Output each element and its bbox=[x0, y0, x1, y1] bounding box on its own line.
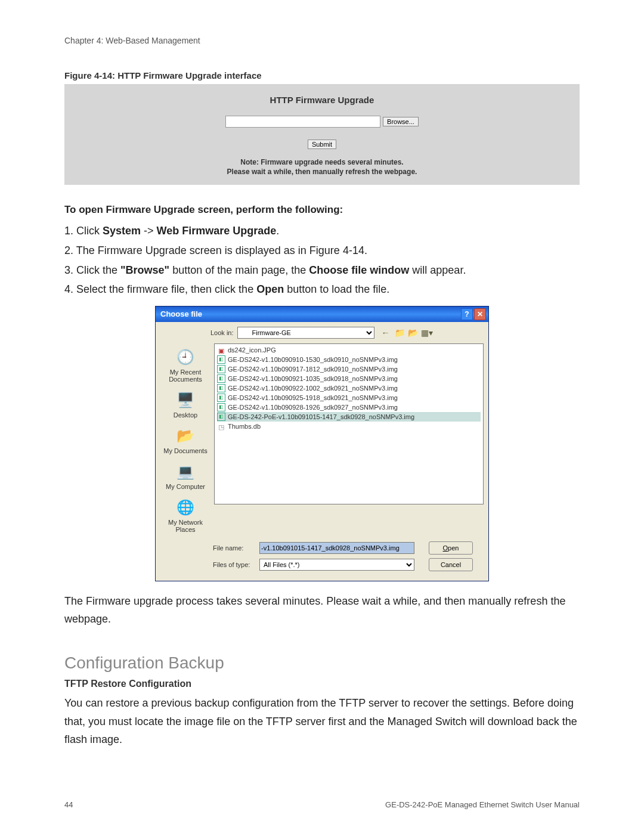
lookin-dropdown[interactable]: Firmware-GE bbox=[237, 327, 374, 339]
open-button[interactable]: Open bbox=[429, 541, 473, 555]
document-title-footer: GE-DS-242-PoE Managed Ethernet Switch Us… bbox=[385, 800, 580, 809]
list-item[interactable]: ◧GE-DS242-v1.10b090921-1035_sdk0918_noSN… bbox=[217, 374, 481, 383]
views-icon[interactable]: ▦▾ bbox=[421, 328, 431, 337]
sidebar-item-recent[interactable]: 🕘 My Recent Documents bbox=[160, 347, 210, 383]
firmware-path-input[interactable] bbox=[225, 116, 380, 128]
upgrade-note-line2: Please wait a while, then manually refre… bbox=[64, 167, 580, 176]
section-title: To open Firmware Upgrade screen, perform… bbox=[64, 204, 580, 216]
img-icon: ◧ bbox=[217, 394, 225, 402]
img-icon: ◧ bbox=[217, 355, 225, 364]
http-panel-title: HTTP Firmware Upgrade bbox=[64, 95, 580, 105]
list-item[interactable]: ◧GE-DS242-v1.10b090910-1530_sdk0910_noSN… bbox=[217, 355, 481, 364]
list-item[interactable]: ◧GE-DS242-v1.10b090925-1918_sdk0921_noSN… bbox=[217, 393, 481, 402]
img-icon: ◧ bbox=[217, 374, 225, 383]
network-icon: 🌐 bbox=[175, 497, 196, 518]
sidebar-item-desktop[interactable]: 🖥️ Desktop bbox=[160, 390, 210, 419]
places-sidebar: 🕘 My Recent Documents 🖥️ Desktop 📂 My Do… bbox=[160, 343, 210, 533]
chapter-header: Chapter 4: Web-Based Management bbox=[64, 36, 580, 45]
mydocs-icon: 📂 bbox=[175, 426, 196, 446]
tftp-paragraph: You can restore a previous backup config… bbox=[64, 694, 580, 749]
dialog-title: Choose file bbox=[160, 309, 202, 318]
computer-icon: 💻 bbox=[175, 462, 196, 482]
back-icon[interactable]: ← bbox=[382, 328, 391, 337]
desktop-icon: 🖥️ bbox=[175, 390, 196, 410]
step-4: 4. Select the firmware file, then click … bbox=[64, 280, 580, 299]
list-item[interactable]: ▣ds242_icon.JPG bbox=[217, 345, 481, 355]
file-list[interactable]: ▣ds242_icon.JPG ◧GE-DS242-v1.10b090910-1… bbox=[214, 343, 484, 504]
page-number: 44 bbox=[64, 800, 73, 809]
list-item[interactable]: ◧GE-DS242-v1.10b090928-1926_sdk0927_noSN… bbox=[217, 402, 481, 412]
up-folder-icon[interactable]: 📁 bbox=[395, 328, 404, 337]
sidebar-item-mycomputer[interactable]: 💻 My Computer bbox=[160, 462, 210, 490]
filetype-label: Files of type: bbox=[213, 561, 255, 568]
list-item[interactable]: ◧GE-DS242-v1.10b090922-1002_sdk0921_noSN… bbox=[217, 383, 481, 393]
submit-button[interactable]: Submit bbox=[308, 140, 336, 149]
http-firmware-panel: HTTP Firmware Upgrade Browse... Submit N… bbox=[64, 84, 580, 185]
step-3: 3. Click the "Browse" button of the main… bbox=[64, 261, 580, 280]
lookin-label: Look in: bbox=[210, 329, 234, 336]
filename-input[interactable] bbox=[259, 542, 414, 554]
recent-icon: 🕘 bbox=[175, 347, 196, 367]
img-icon: ◧ bbox=[217, 365, 225, 373]
img-icon: ◧ bbox=[217, 403, 225, 411]
help-icon[interactable]: ? bbox=[461, 308, 473, 320]
post-dialog-text: The Firmware upgrade process takes sever… bbox=[64, 592, 580, 628]
section-heading-backup: Configuration Backup bbox=[64, 654, 580, 673]
list-item[interactable]: ◧GE-DS242-v1.10b090917-1812_sdk0910_noSN… bbox=[217, 364, 481, 374]
cancel-button[interactable]: Cancel bbox=[429, 558, 473, 571]
upgrade-note-line1: Note: Firmware upgrade needs several min… bbox=[64, 157, 580, 167]
list-item-selected[interactable]: ◧GE-DS-242-PoE-v1.10b091015-1417_sdk0928… bbox=[217, 412, 481, 422]
db-icon: ◳ bbox=[217, 422, 225, 431]
sidebar-item-mydocs[interactable]: 📂 My Documents bbox=[160, 426, 210, 454]
jpg-icon: ▣ bbox=[217, 346, 225, 354]
sidebar-item-network[interactable]: 🌐 My Network Places bbox=[160, 497, 210, 533]
filetype-dropdown[interactable]: All Files (*.*) bbox=[259, 559, 414, 571]
choose-file-dialog: Choose file ? ✕ Look in: Firmware-GE ← 📁… bbox=[155, 306, 489, 581]
filename-label: File name: bbox=[213, 544, 255, 552]
figure-caption: Figure 4-14: HTTP Firmware Upgrade inter… bbox=[64, 70, 580, 80]
new-folder-icon[interactable]: 📂 bbox=[408, 328, 417, 337]
step-2: 2. The Firmware Upgrade screen is displa… bbox=[64, 241, 580, 260]
img-icon: ◧ bbox=[217, 384, 225, 392]
img-icon: ◧ bbox=[217, 413, 225, 421]
subheading-tftp: TFTP Restore Configuration bbox=[64, 679, 580, 689]
step-1: 1. Click System -> Web Firmware Upgrade. bbox=[64, 222, 580, 240]
browse-button[interactable]: Browse... bbox=[383, 117, 419, 126]
close-icon[interactable]: ✕ bbox=[474, 308, 486, 320]
list-item[interactable]: ◳Thumbs.db bbox=[217, 422, 481, 431]
